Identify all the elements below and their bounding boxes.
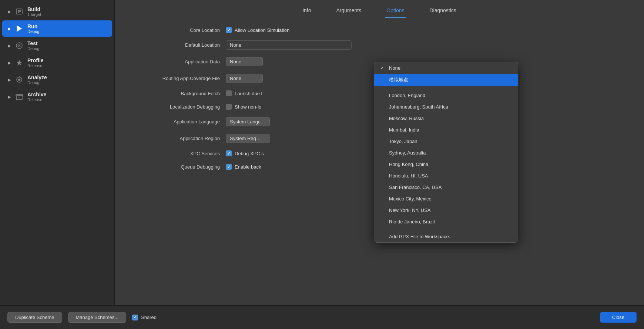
xpc-services-checkbox[interactable]	[226, 150, 232, 156]
sidebar-item-analyze[interactable]: ▶ Analyze Debug	[2, 72, 112, 88]
dropdown-divider-1	[374, 88, 518, 88]
localization-debug-text: Show non-lo	[235, 104, 261, 110]
sanfrancisco-label: San Francisco, CA, USA	[389, 185, 442, 190]
london-label: London, England	[389, 93, 425, 98]
xpc-services-control: Debug XPC s	[226, 150, 264, 156]
dropdown-item-mumbai[interactable]: Mumbai, India	[374, 124, 518, 136]
dropdown-item-moscow[interactable]: Moscow, Russia	[374, 113, 518, 124]
default-location-dropdown[interactable]: None	[226, 40, 352, 50]
run-text: Run Debug	[27, 23, 39, 34]
xpc-services-text: Debug XPC s	[235, 151, 264, 156]
app-region-dropdown[interactable]: System Region	[226, 134, 270, 143]
dropdown-item-none[interactable]: ✓ None	[374, 62, 518, 74]
shared-checkbox[interactable]	[132, 315, 138, 320]
default-location-label: Default Location	[130, 42, 226, 48]
dropdown-item-london[interactable]: London, England	[374, 90, 518, 101]
localization-debug-checkbox[interactable]	[226, 104, 232, 110]
queue-debug-checkbox[interactable]	[226, 164, 232, 170]
application-data-dropdown[interactable]: None	[226, 57, 263, 66]
arrow-icon-analyze: ▶	[7, 77, 13, 83]
dropdown-item-mexicocity[interactable]: Mexico City, Mexico	[374, 193, 518, 205]
default-location-row: Default Location None	[130, 40, 629, 50]
sidebar-item-build[interactable]: ▶ Build 1 target	[2, 3, 112, 20]
tab-diagnostics[interactable]: Diagnostics	[428, 4, 457, 18]
build-icon	[16, 8, 23, 15]
sydney-label: Sydney, Australia	[389, 150, 426, 156]
mumbai-label: Mumbai, India	[389, 127, 419, 133]
none-label: None	[389, 65, 400, 71]
options-panel: Core Location Allow Location Simulation …	[115, 18, 644, 305]
main-container: ▶ Build 1 target ▶ Run Deb	[0, 0, 644, 305]
sidebar-item-profile[interactable]: ▶ Profile Release	[2, 54, 112, 71]
svg-rect-11	[16, 94, 23, 96]
analyze-subtitle: Debug	[27, 80, 47, 85]
dropdown-item-tokyo[interactable]: Tokyo, Japan	[374, 136, 518, 147]
add-gpx-label: Add GPX File to Workspace...	[389, 234, 453, 239]
test-title: Test	[27, 40, 39, 46]
bottom-bar: Duplicate Scheme Manage Schemes... Share…	[0, 305, 644, 329]
build-title: Build	[27, 6, 41, 12]
dropdown-item-simulated[interactable]: 模拟地点	[374, 74, 518, 86]
dropdown-item-riodejaneiro[interactable]: Rio de Janeiro, Brazil	[374, 216, 518, 227]
honolulu-label: Honolulu, HI, USA	[389, 173, 428, 179]
analyze-text: Analyze Debug	[27, 74, 47, 85]
dropdown-item-newyork[interactable]: New York, NY, USA	[374, 205, 518, 216]
arrow-icon-run: ▶	[7, 26, 13, 31]
dropdown-item-johannesburg[interactable]: Johannesburg, South Africa	[374, 101, 518, 113]
archive-icon	[16, 93, 23, 100]
dropdown-item-sydney[interactable]: Sydney, Australia	[374, 147, 518, 159]
background-fetch-control: Launch due t	[226, 90, 262, 96]
test-text: Test Debug	[27, 40, 39, 51]
dropdown-item-sanfrancisco[interactable]: San Francisco, CA, USA	[374, 182, 518, 193]
analyze-icon-container	[14, 74, 24, 85]
profile-icon	[16, 59, 23, 66]
core-location-checkbox[interactable]	[226, 27, 232, 33]
newyork-label: New York, NY, USA	[389, 207, 430, 213]
background-fetch-checkbox[interactable]	[226, 90, 232, 96]
close-button[interactable]: Close	[600, 312, 637, 323]
background-fetch-label: Background Fetch	[130, 91, 226, 96]
tab-info[interactable]: Info	[301, 4, 312, 18]
localization-debug-label: Localization Debugging	[130, 104, 226, 110]
app-region-label: Application Region	[130, 136, 226, 141]
queue-debug-text: Enable back	[235, 164, 261, 170]
simulated-label: 模拟地点	[389, 77, 408, 83]
run-icon-container	[14, 23, 24, 34]
sidebar-item-test[interactable]: ▶ Test Debug	[2, 37, 112, 54]
dropdown-divider-2	[374, 229, 518, 229]
riodejaneiro-label: Rio de Janeiro, Brazil	[389, 219, 435, 225]
svg-point-8	[18, 79, 20, 81]
test-subtitle: Debug	[27, 46, 39, 51]
sidebar-item-run[interactable]: ▶ Run Debug	[2, 20, 112, 37]
tokyo-label: Tokyo, Japan	[389, 139, 417, 144]
profile-icon-container	[14, 57, 24, 68]
default-location-value: None	[230, 42, 241, 48]
dropdown-item-honolulu[interactable]: Honolulu, HI, USA	[374, 170, 518, 182]
analyze-title: Analyze	[27, 74, 47, 80]
shared-container: Shared	[132, 315, 157, 320]
application-data-control: None	[226, 57, 263, 66]
core-location-control: Allow Location Simulation	[226, 27, 289, 33]
dropdown-item-hongkong[interactable]: Hong Kong, China	[374, 159, 518, 170]
test-icon-container	[14, 40, 24, 51]
test-icon	[16, 42, 23, 49]
arrow-icon-profile: ▶	[7, 60, 13, 66]
tabs-bar: Info Arguments Options Diagnostics	[115, 0, 644, 18]
profile-subtitle: Release	[27, 63, 44, 68]
sidebar-item-archive[interactable]: ▶ Archive Release	[2, 89, 112, 105]
duplicate-scheme-button[interactable]: Duplicate Scheme	[7, 312, 62, 323]
tab-arguments[interactable]: Arguments	[335, 4, 363, 18]
tab-options[interactable]: Options	[385, 4, 406, 18]
build-icon-container	[14, 6, 24, 17]
archive-subtitle: Release	[27, 97, 46, 102]
queue-debug-label: Queue Debugging	[130, 164, 226, 170]
app-language-control: System Langu	[226, 117, 270, 126]
location-dropdown-menu: ✓ None 模拟地点 London, England Johannesburg…	[374, 62, 518, 243]
archive-text: Archive Release	[27, 92, 46, 102]
dropdown-item-add-gpx[interactable]: Add GPX File to Workspace...	[374, 231, 518, 242]
routing-coverage-dropdown[interactable]: None	[226, 74, 263, 83]
app-language-dropdown[interactable]: System Langu	[226, 117, 270, 126]
mexicocity-label: Mexico City, Mexico	[389, 196, 432, 202]
manage-schemes-button[interactable]: Manage Schemes...	[68, 312, 127, 323]
hongkong-label: Hong Kong, China	[389, 162, 428, 167]
